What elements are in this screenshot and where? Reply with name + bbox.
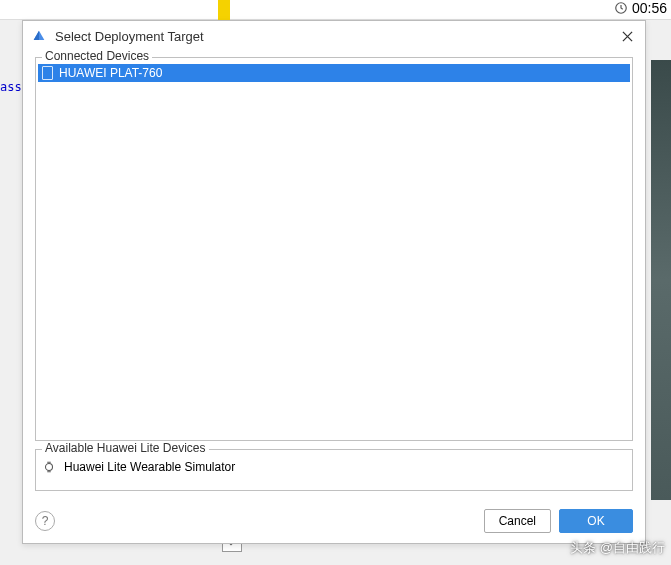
connected-devices-group: Connected Devices HUAWEI PLAT-760	[35, 57, 633, 441]
cancel-button[interactable]: Cancel	[484, 509, 551, 533]
available-devices-label: Available Huawei Lite Devices	[42, 441, 209, 455]
dialog-footer: ? Cancel OK	[23, 499, 645, 543]
dialog-titlebar: Select Deployment Target	[23, 21, 645, 51]
watermark: 头条 @自由践行	[570, 539, 665, 557]
available-devices-group: Available Huawei Lite Devices Huawei Lit…	[35, 449, 633, 491]
clock-icon	[614, 1, 628, 15]
highlight-marker	[218, 0, 230, 20]
time-text: 00:56	[632, 0, 667, 16]
ok-button[interactable]: OK	[559, 509, 633, 533]
connected-devices-list[interactable]: HUAWEI PLAT-760	[36, 58, 632, 440]
phone-icon	[42, 66, 53, 80]
status-time: 00:56	[614, 0, 667, 16]
simulator-name: Huawei Lite Wearable Simulator	[64, 460, 235, 474]
device-item[interactable]: HUAWEI PLAT-760	[38, 64, 630, 82]
deployment-target-dialog: Select Deployment Target Connected Devic…	[22, 20, 646, 544]
watch-icon	[42, 460, 56, 474]
help-button[interactable]: ?	[35, 511, 55, 531]
device-name: HUAWEI PLAT-760	[59, 66, 162, 80]
close-button[interactable]	[617, 26, 637, 46]
svg-point-1	[46, 464, 53, 471]
connected-devices-label: Connected Devices	[42, 49, 152, 63]
bg-image-panel	[651, 60, 671, 500]
close-icon	[622, 31, 633, 42]
app-icon	[31, 28, 47, 44]
dialog-title: Select Deployment Target	[55, 29, 617, 44]
